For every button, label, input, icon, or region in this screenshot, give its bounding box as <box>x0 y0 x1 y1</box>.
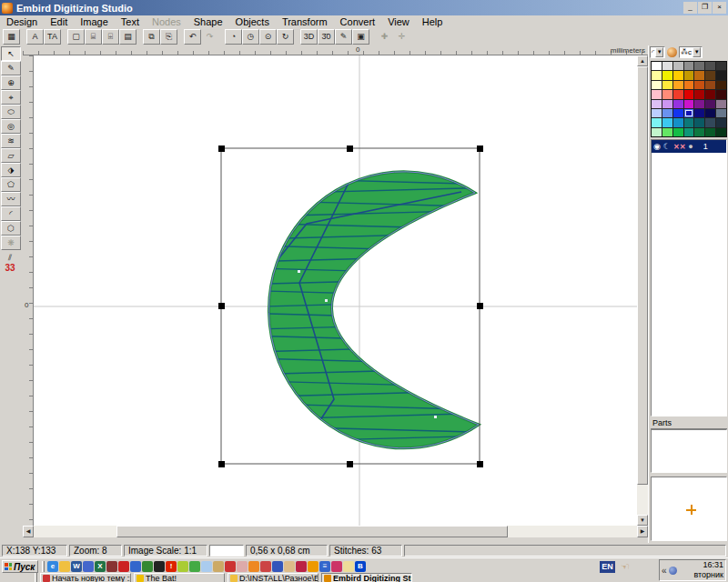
task-button[interactable]: Embird Digitizing Stud... <box>321 573 412 582</box>
color-swatch[interactable] <box>684 90 694 98</box>
tool-closed-shape-icon[interactable]: ⬠ <box>1 177 21 192</box>
color-swatch[interactable] <box>662 100 672 108</box>
horizontal-scrollbar[interactable]: ◀ ▶ <box>23 526 648 537</box>
bluetooth-icon[interactable]: B <box>355 561 366 572</box>
tray-app-icon[interactable] <box>669 567 677 575</box>
color-swatch[interactable] <box>684 100 694 108</box>
tool-zoom-1-1-icon[interactable]: ⌖ <box>1 90 21 105</box>
hand-icon[interactable]: ☜ <box>621 561 633 573</box>
task-button[interactable]: Начать новую тему :: B... <box>40 573 131 582</box>
excel-icon[interactable]: X <box>95 561 106 572</box>
save-design-icon[interactable]: ▤ <box>119 29 136 45</box>
color-swatch[interactable] <box>705 109 715 117</box>
chevron-down-icon[interactable]: ▼ <box>655 47 663 57</box>
color-swatch[interactable] <box>652 100 662 108</box>
scroll-up-icon[interactable]: ▲ <box>637 55 648 66</box>
thread-spool-icon[interactable] <box>667 47 677 57</box>
tool-arc-icon[interactable]: ◜ <box>1 206 21 221</box>
tool-select-icon[interactable]: ↖ <box>1 46 21 61</box>
vertical-scroll-thumb[interactable] <box>637 66 648 485</box>
dome-icon[interactable] <box>248 561 259 572</box>
color-swatch[interactable] <box>673 71 683 79</box>
color-swatch[interactable] <box>662 90 672 98</box>
restore-icon[interactable]: ❐ <box>698 2 712 14</box>
window-icon[interactable] <box>272 561 283 572</box>
lines-icon[interactable]: ≡ <box>319 561 330 572</box>
thread-brand-dropdown[interactable]: ⁂c ▼ <box>679 46 703 58</box>
mail-icon[interactable] <box>331 561 342 572</box>
regenerate-icon[interactable]: ↻ <box>277 29 294 45</box>
font-engine-icon[interactable]: TA <box>44 29 61 45</box>
open-image-icon[interactable]: ▦ <box>3 29 20 45</box>
merge-design-icon[interactable]: ⌹ <box>102 29 119 45</box>
tool-pattern-fill-icon[interactable]: ❋ <box>1 236 21 250</box>
color-swatch[interactable] <box>652 118 662 126</box>
color-swatch[interactable] <box>705 62 715 70</box>
color-swatch[interactable] <box>673 100 683 108</box>
tool-column-icon[interactable]: ⬗ <box>1 163 21 177</box>
color-swatch[interactable] <box>684 118 694 126</box>
tree-icon[interactable] <box>142 561 153 572</box>
color-swatch[interactable] <box>694 109 704 117</box>
color-swatch[interactable] <box>716 71 726 79</box>
color-swatch[interactable] <box>716 128 726 136</box>
horizontal-scroll-thumb[interactable] <box>116 526 508 537</box>
color-swatch[interactable] <box>694 100 704 108</box>
color-swatch[interactable] <box>652 109 662 117</box>
new-design-icon[interactable]: ▢ <box>67 29 85 45</box>
task-button[interactable]: The Bat! <box>134 573 225 582</box>
menu-view[interactable]: View <box>381 16 416 27</box>
hand-tool-icon[interactable] <box>284 561 295 572</box>
color-swatch[interactable] <box>716 81 726 89</box>
color-swatch[interactable] <box>716 100 726 108</box>
color-swatch[interactable] <box>705 90 715 98</box>
color-swatch[interactable] <box>662 118 672 126</box>
color-swatch[interactable] <box>684 128 694 136</box>
color-swatch[interactable] <box>705 128 715 136</box>
notepad-icon[interactable] <box>343 561 354 572</box>
menu-shape[interactable]: Shape <box>187 16 229 27</box>
tray-chevron-icon[interactable]: « <box>662 566 667 576</box>
visibility-eye-icon[interactable]: ◉ <box>653 142 661 151</box>
angle-meter-icon[interactable]: ⊙ <box>259 29 277 45</box>
tool-freehand-fill-icon[interactable]: ⬭ <box>1 105 21 119</box>
color-swatch[interactable] <box>684 81 694 89</box>
color-swatch[interactable] <box>673 81 683 89</box>
brush-icon[interactable] <box>260 561 271 572</box>
toolbar-grip[interactable] <box>35 573 37 582</box>
center-cross-icon[interactable]: ✛ <box>393 29 410 45</box>
vertical-scrollbar[interactable]: ▲ ▼ <box>637 55 648 526</box>
tool-edit-nodes-icon[interactable]: ✎ <box>1 61 21 75</box>
menu-transform[interactable]: Transform <box>276 16 334 27</box>
pear-icon[interactable] <box>177 561 188 572</box>
menu-objects[interactable]: Objects <box>229 16 276 27</box>
paste-icon[interactable]: ⎘ <box>160 29 177 45</box>
color-swatch[interactable] <box>716 109 726 117</box>
color-swatch[interactable] <box>716 118 726 126</box>
scroll-right-icon[interactable]: ▶ <box>637 526 648 537</box>
view-3d-zoom-icon[interactable]: 3̈0 <box>318 29 335 45</box>
color-swatch[interactable] <box>673 109 683 117</box>
color-swatch[interactable] <box>652 81 662 89</box>
color-swatch[interactable] <box>694 81 704 89</box>
color-swatch[interactable] <box>673 128 683 136</box>
color-swatch[interactable] <box>705 118 715 126</box>
task-button[interactable]: D:\INSTALL\Разное\Embird <box>228 573 318 582</box>
color-swatch[interactable] <box>652 128 662 136</box>
tool-zoom-icon[interactable]: ⊕ <box>1 75 21 90</box>
undo-icon[interactable]: ↶ <box>184 29 201 45</box>
bird-icon[interactable] <box>189 561 200 572</box>
minimize-icon[interactable]: _ <box>683 2 697 14</box>
tool-fill-with-hole-icon[interactable]: ◎ <box>1 119 21 134</box>
menu-design[interactable]: Design <box>0 16 44 27</box>
color-swatch[interactable] <box>662 81 672 89</box>
design-canvas[interactable] <box>34 55 637 526</box>
the-bat-icon[interactable] <box>154 561 165 572</box>
close-icon[interactable]: × <box>713 2 726 14</box>
object-row[interactable]: ◉ ☾ ✕✕ ● 1 <box>652 140 726 153</box>
export-icon[interactable]: ▣ <box>352 29 369 45</box>
color-swatch[interactable] <box>694 90 704 98</box>
color-swatch[interactable] <box>662 71 672 79</box>
color-swatch[interactable] <box>673 118 683 126</box>
color-swatch[interactable] <box>673 90 683 98</box>
